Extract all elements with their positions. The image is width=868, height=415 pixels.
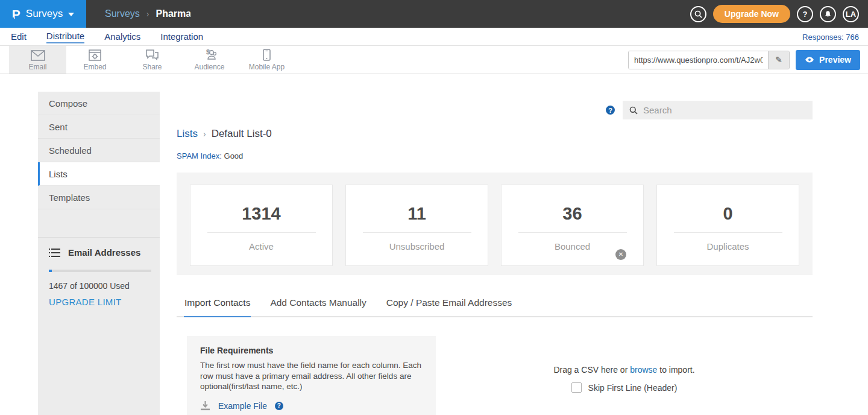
usage-progress-bar [49, 270, 151, 272]
edit-url-button[interactable]: ✎ [768, 51, 789, 69]
survey-url-group: ✎ [628, 51, 790, 69]
chat-bubbles-icon [145, 48, 159, 61]
csv-dropzone[interactable]: Drag a CSV here or browse to import. Ski… [436, 336, 813, 393]
stat-card-duplicates: 0 Duplicates [656, 185, 799, 266]
list-breadcrumb: Lists › Default List-0 [177, 128, 813, 140]
toolbar-item-email[interactable]: Email [9, 46, 66, 74]
top-bar-actions: Upgrade Now ? LA [690, 5, 868, 23]
toolbar-item-mobile-app[interactable]: Mobile App [238, 46, 295, 74]
sidebar-item-templates[interactable]: Templates [38, 186, 160, 209]
chevron-right-icon: › [146, 9, 149, 19]
tab-integration[interactable]: Integration [160, 31, 203, 43]
stat-value: 0 [657, 204, 799, 224]
import-contacts-pane: File Requirements The first row must hav… [177, 336, 813, 415]
tab-copy-paste-emails[interactable]: Copy / Paste Email Addresses [386, 297, 513, 316]
tab-import-contacts[interactable]: Import Contacts [184, 297, 251, 317]
search-button[interactable] [690, 6, 706, 22]
toolbar-item-label: Mobile App [249, 63, 285, 71]
help-icon[interactable]: ? [606, 106, 615, 115]
skip-first-line-checkbox[interactable] [571, 382, 582, 393]
mobile-phone-icon [263, 48, 271, 61]
toolbar-item-label: Share [142, 63, 162, 71]
avatar[interactable]: LA [843, 6, 859, 22]
questionpro-logo-icon: P [12, 8, 20, 21]
toolbar-item-label: Audience [194, 63, 224, 71]
eye-icon [805, 57, 814, 63]
file-requirements-text: The first row must have the field name f… [200, 360, 423, 392]
distribute-toolbar: Email Embed Share $ Audience Mobile App … [0, 45, 868, 74]
stat-value: 36 [502, 204, 643, 224]
download-icon [200, 401, 210, 411]
chevron-down-icon [68, 13, 74, 16]
file-requirements-title: File Requirements [200, 346, 423, 355]
content-top-row: ? [177, 101, 813, 119]
embed-window-icon [89, 48, 101, 61]
toolbar-right: ✎ Preview [628, 46, 868, 74]
preview-label: Preview [819, 55, 851, 65]
survey-url-input[interactable] [629, 51, 768, 69]
audience-people-icon: $ [203, 48, 217, 61]
example-file-help-icon[interactable]: ? [275, 402, 283, 410]
question-mark-icon: ? [803, 10, 808, 19]
stat-card-bounced: 36 Bounced ✕ [501, 185, 644, 266]
list-icon [49, 248, 60, 258]
envelope-icon [31, 48, 45, 61]
browse-link[interactable]: browse [630, 365, 657, 375]
sidebar-item-sent[interactable]: Sent [38, 115, 160, 139]
stat-label: Unsubscribed [346, 241, 488, 252]
stat-label: Duplicates [657, 241, 799, 252]
usage-text: 1467 of 100000 Used [49, 281, 149, 291]
sidebar-item-compose[interactable]: Compose [38, 92, 160, 115]
preview-button[interactable]: Preview [796, 50, 860, 70]
usage-progress-fill [49, 270, 52, 272]
spam-index-label[interactable]: SPAM Index: [177, 151, 222, 160]
toolbar-item-audience[interactable]: $ Audience [181, 46, 238, 74]
top-bar: P Surveys Surveys › Pharma Upgrade Now ?… [0, 0, 868, 28]
upgrade-now-button[interactable]: Upgrade Now [713, 5, 790, 23]
sidebar-item-scheduled[interactable]: Scheduled [38, 139, 160, 162]
email-addresses-title: Email Addresses [68, 247, 140, 258]
skip-first-line-row: Skip First Line (Header) [571, 382, 678, 393]
bell-icon [824, 10, 832, 18]
breadcrumb-surveys-link[interactable]: Surveys [105, 8, 140, 19]
product-switcher[interactable]: P Surveys [0, 0, 86, 28]
clear-bounced-icon[interactable]: ✕ [615, 249, 626, 260]
toolbar-item-label: Embed [83, 63, 106, 71]
lists-breadcrumb-link[interactable]: Lists [177, 128, 198, 140]
product-name: Surveys [26, 8, 63, 20]
upgrade-limit-link[interactable]: UPGRADE LIMIT [49, 297, 122, 307]
tab-distribute[interactable]: Distribute [46, 31, 84, 43]
spam-index-value: Good [224, 151, 244, 160]
email-addresses-header: Email Addresses [49, 247, 149, 258]
sidebar-item-lists[interactable]: Lists [38, 162, 160, 186]
notifications-button[interactable] [820, 6, 836, 22]
drag-csv-text: Drag a CSV here or browse to import. [553, 365, 694, 375]
stat-label: Active [190, 241, 332, 252]
stat-card-unsubscribed: 11 Unsubscribed [345, 185, 488, 266]
stat-value: 1314 [190, 204, 332, 224]
example-file-row: Example File ? [200, 401, 423, 411]
tab-add-contacts-manually[interactable]: Add Contacts Manually [269, 297, 366, 316]
list-content: ? Lists › Default List-0 SPAM Index: Goo… [160, 92, 830, 415]
toolbar-item-share[interactable]: Share [124, 46, 181, 74]
stat-value: 11 [346, 204, 488, 224]
toolbar-item-embed[interactable]: Embed [66, 46, 124, 74]
current-list-name: Default List-0 [212, 128, 272, 140]
search-input[interactable] [643, 105, 806, 115]
breadcrumb-survey-name: Pharma [156, 8, 190, 19]
tab-analytics[interactable]: Analytics [104, 31, 140, 43]
lists-panel: Compose Sent Scheduled Lists Templates E… [38, 92, 830, 415]
example-file-link[interactable]: Example File [218, 401, 267, 411]
help-button[interactable]: ? [797, 6, 813, 22]
skip-first-line-label: Skip First Line (Header) [588, 383, 678, 393]
list-stats-panel: 1314 Active 11 Unsubscribed 36 Bounced ✕… [177, 173, 813, 275]
tab-edit[interactable]: Edit [11, 31, 27, 43]
spam-index-row: SPAM Index: Good [177, 151, 813, 160]
contact-search-box [623, 101, 813, 119]
chevron-right-icon: › [203, 129, 206, 139]
pencil-icon: ✎ [775, 55, 782, 65]
responses-count[interactable]: Responses: 766 [802, 33, 859, 42]
stat-card-active: 1314 Active [190, 185, 333, 266]
contact-tabs: Import Contacts Add Contacts Manually Co… [177, 297, 813, 317]
survey-nav: Edit Distribute Analytics Integration Re… [0, 28, 868, 45]
